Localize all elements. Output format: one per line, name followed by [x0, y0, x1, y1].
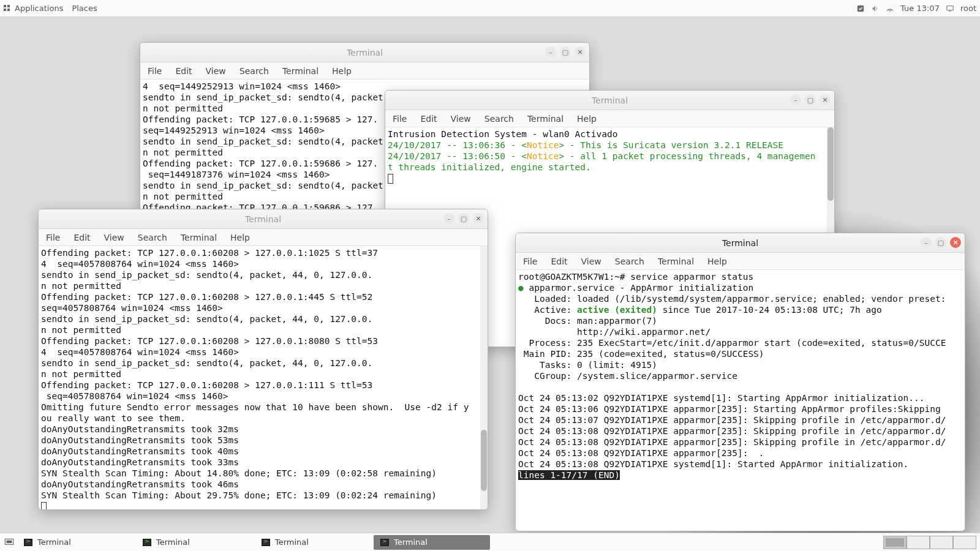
menu-search[interactable]: Search	[138, 233, 167, 242]
menu-edit[interactable]: Edit	[551, 257, 567, 266]
maximize-button[interactable]: ▢	[560, 47, 571, 58]
term-line: Tasks: 0 (limit: 4915)	[518, 360, 657, 370]
menu-view[interactable]: View	[104, 233, 124, 242]
taskbar-button-0[interactable]: Terminal	[17, 535, 134, 550]
menu-search[interactable]: Search	[615, 257, 644, 266]
terminal-icon	[262, 539, 270, 546]
menu-terminal[interactable]: Terminal	[282, 66, 318, 76]
svg-rect-3	[949, 10, 951, 11]
close-button[interactable]: ✕	[575, 47, 586, 58]
term-line: Active:	[518, 305, 577, 315]
window-title: Terminal	[592, 96, 628, 105]
term-line: 24/10/2017 -- 13:06:50 - <	[388, 151, 527, 161]
minimize-button[interactable]: –	[443, 213, 454, 224]
status-dot-icon: ●	[518, 283, 529, 293]
display-icon[interactable]	[946, 4, 954, 13]
titlebar[interactable]: Terminal – ▢ ✕	[39, 209, 488, 229]
close-button[interactable]: ✕	[820, 94, 831, 105]
minimize-button[interactable]: –	[921, 237, 932, 248]
titlebar[interactable]: Terminal – ▢ ✕	[516, 233, 965, 253]
applications-label: Applications	[15, 4, 63, 13]
menu-edit[interactable]: Edit	[175, 66, 192, 76]
menubar: File Edit View Search Terminal Help	[385, 110, 834, 127]
titlebar[interactable]: Terminal – ▢ ✕	[140, 43, 589, 62]
maximize-button[interactable]: ▢	[805, 94, 816, 105]
svg-point-1	[889, 10, 891, 12]
menu-file[interactable]: File	[523, 257, 537, 266]
workspace-3[interactable]	[930, 536, 953, 549]
maximize-button[interactable]: ▢	[935, 237, 946, 248]
menu-help[interactable]: Help	[577, 114, 597, 124]
titlebar[interactable]: Terminal – ▢ ✕	[385, 91, 834, 110]
term-line: t threads initialized, engine started.	[388, 162, 591, 172]
term-line: Main PID: 235 (code=exited, status=0/SUC…	[518, 349, 764, 359]
places-menu[interactable]: Places	[72, 4, 97, 13]
menu-view[interactable]: View	[206, 66, 226, 76]
volume-icon[interactable]	[871, 4, 880, 13]
scrollbar[interactable]	[480, 246, 488, 509]
minimize-button[interactable]: –	[545, 47, 556, 58]
clock[interactable]: Tue 13:07	[900, 4, 940, 13]
menu-help[interactable]: Help	[707, 257, 727, 266]
scroll-thumb[interactable]	[481, 430, 487, 491]
menubar: File Edit View Search Terminal Help	[140, 62, 589, 80]
menu-terminal[interactable]: Terminal	[658, 257, 694, 266]
terminal-output[interactable]: root@GOAZKTM5K7W1:~# service apparmor st…	[516, 270, 965, 531]
minimize-button[interactable]: –	[790, 94, 801, 105]
term-line: Notice	[527, 140, 559, 150]
svg-rect-2	[947, 6, 954, 10]
show-desktop-button[interactable]	[4, 537, 15, 548]
menu-search[interactable]: Search	[484, 114, 514, 124]
terminal-output[interactable]: Offending packet: TCP 127.0.0.1:60208 > …	[39, 246, 488, 509]
menu-edit[interactable]: Edit	[420, 114, 437, 124]
term-line: This is Suricata version 3.2.1 RELEASE	[580, 140, 783, 150]
workspace-2[interactable]	[907, 536, 930, 549]
menu-terminal[interactable]: Terminal	[181, 233, 217, 242]
term-line: http://wiki.apparmor.net/	[518, 327, 710, 337]
pager-status: lines 1-17/17 (END)	[518, 470, 620, 480]
window-title: Terminal	[722, 238, 758, 248]
maximize-button[interactable]: ▢	[458, 213, 469, 224]
taskbar-button-1[interactable]: Terminal	[136, 535, 252, 550]
term-line: apparmor.service - AppArmor initializati…	[529, 283, 753, 293]
taskbar-button-3[interactable]: Terminal	[374, 535, 490, 550]
network-icon[interactable]	[886, 4, 894, 13]
menu-help[interactable]: Help	[230, 233, 250, 242]
workspace-1[interactable]	[883, 536, 907, 549]
terminal-window-4[interactable]: Terminal – ▢ ✕ File Edit View Search Ter…	[515, 233, 965, 531]
menu-file[interactable]: File	[393, 114, 407, 124]
taskbar-label: Terminal	[156, 538, 190, 547]
term-line: > -	[559, 140, 580, 150]
menu-edit[interactable]: Edit	[74, 233, 90, 242]
taskbar-button-2[interactable]: Terminal	[255, 535, 371, 550]
term-line: Loaded: loaded (/lib/systemd/system/appa…	[518, 294, 946, 304]
terminal-icon	[380, 539, 389, 546]
scroll-thumb[interactable]	[827, 127, 834, 201]
top-panel: Applications Places Tue 13:07 root	[0, 0, 980, 17]
term-line: since Tue 2017-10-24 05:13:08 UTC; 7h ag…	[657, 305, 882, 315]
taskbar-label: Terminal	[37, 538, 71, 547]
menu-view[interactable]: View	[451, 114, 471, 124]
menu-view[interactable]: View	[581, 257, 601, 266]
bottom-panel: TerminalTerminalTerminalTerminal	[0, 533, 980, 551]
menu-help[interactable]: Help	[332, 66, 352, 76]
workspace-pager[interactable]	[883, 536, 976, 549]
terminal-icon	[24, 539, 32, 546]
applications-menu[interactable]: Applications	[4, 4, 63, 13]
term-text: Offending packet: TCP 127.0.0.1:60208 > …	[41, 248, 469, 500]
term-line: Oct 24 05:13:02 Q92YDIAT1PXE systemd[1]:…	[518, 393, 946, 469]
menubar: File Edit View Search Terminal Help	[39, 229, 488, 246]
terminal-window-3[interactable]: Terminal – ▢ ✕ File Edit View Search Ter…	[38, 209, 488, 510]
term-line: Process: 235 ExecStart=/etc/init.d/appar…	[518, 338, 946, 348]
term-line: active (exited)	[577, 305, 657, 315]
term-line: Intrusion Detection System - wlan0 Activ…	[388, 129, 617, 139]
close-button[interactable]: ✕	[950, 237, 961, 248]
menu-search[interactable]: Search	[239, 66, 269, 76]
user-menu[interactable]: root	[960, 4, 976, 13]
menu-file[interactable]: File	[46, 233, 60, 242]
menu-terminal[interactable]: Terminal	[527, 114, 564, 124]
workspace-4[interactable]	[953, 536, 976, 549]
close-button[interactable]: ✕	[473, 213, 484, 224]
menu-file[interactable]: File	[148, 66, 162, 76]
updates-icon[interactable]	[856, 4, 865, 13]
